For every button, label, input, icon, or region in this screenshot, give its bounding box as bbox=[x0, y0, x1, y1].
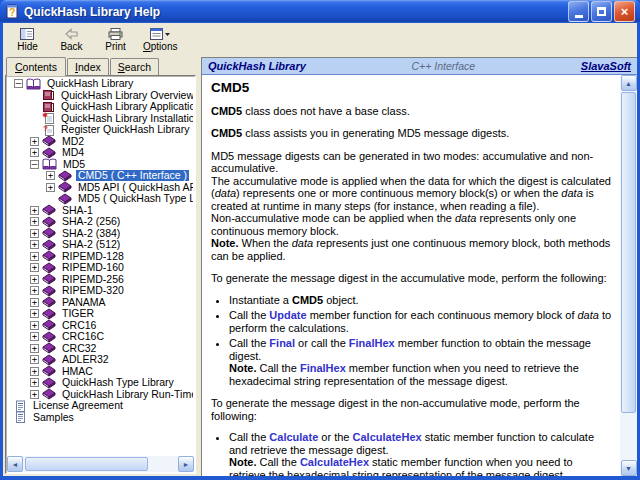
maximize-button[interactable] bbox=[591, 1, 612, 22]
titlebar[interactable]: ? QuickHash Library Help × bbox=[0, 0, 640, 23]
content-link[interactable]: Calculate bbox=[269, 431, 318, 443]
options-button[interactable]: Options bbox=[139, 25, 181, 55]
tree-item[interactable]: ?Register QuickHash Library bbox=[8, 124, 193, 136]
expand-icon[interactable]: + bbox=[30, 321, 39, 330]
tree-item-label[interactable]: QuickHash Library Overview bbox=[59, 90, 193, 101]
tree-item-label[interactable]: SHA-2 (384) bbox=[60, 228, 122, 239]
tree-item-label[interactable]: SHA-1 bbox=[60, 205, 95, 216]
scroll-down-icon[interactable]: ▼ bbox=[621, 460, 637, 476]
expand-icon[interactable]: + bbox=[30, 390, 39, 399]
tree-item[interactable]: MD5 ( QuickHash Type Library ) bbox=[8, 193, 193, 205]
expand-icon[interactable]: + bbox=[30, 355, 39, 364]
tree-item-label[interactable]: RIPEMD-256 bbox=[60, 274, 126, 285]
expand-icon[interactable]: + bbox=[30, 344, 39, 353]
expand-icon[interactable]: + bbox=[30, 206, 39, 215]
tree-item-label[interactable]: MD5 ( QuickHash Type Library ) bbox=[76, 193, 193, 204]
tree-item-label[interactable]: TIGER bbox=[60, 308, 96, 319]
tree-item[interactable]: +RIPEMD-160 bbox=[8, 262, 193, 274]
tree-item-label[interactable]: CRC32 bbox=[60, 343, 98, 354]
tree-item-label[interactable]: MD2 bbox=[60, 136, 86, 147]
content-paragraph: MD5 message digests can be generated in … bbox=[211, 150, 612, 175]
expand-icon[interactable]: + bbox=[30, 286, 39, 295]
tree-item-label[interactable]: HMAC bbox=[60, 366, 95, 377]
tree-item-label[interactable]: RIPEMD-128 bbox=[60, 251, 126, 262]
tree-item-label[interactable]: MD5 bbox=[61, 159, 87, 170]
tab-index[interactable]: Index bbox=[67, 58, 109, 75]
back-button[interactable]: Back bbox=[51, 25, 92, 55]
tree-item[interactable]: +CRC16C bbox=[8, 331, 193, 343]
tree-item-label[interactable]: MD5 API ( QuickHash API ) bbox=[76, 182, 193, 193]
tree-item[interactable]: –QuickHash Library bbox=[8, 78, 193, 90]
expand-icon[interactable]: + bbox=[30, 229, 39, 238]
tree-item-label[interactable]: PANAMA bbox=[60, 297, 108, 308]
tree-item-label[interactable]: License Agreement bbox=[31, 400, 125, 411]
expand-icon[interactable]: + bbox=[30, 309, 39, 318]
tree-item-label[interactable]: QuickHash Library Installation bbox=[59, 113, 193, 124]
collapse-icon[interactable]: – bbox=[30, 160, 39, 169]
tree-item[interactable]: +QuickHash Type Library bbox=[8, 377, 193, 389]
tree-item[interactable]: +TIGER bbox=[8, 308, 193, 320]
minimize-button[interactable] bbox=[568, 1, 589, 22]
tree-item-label[interactable]: ADLER32 bbox=[60, 354, 111, 365]
tree-item-label[interactable]: SHA-2 (512) bbox=[60, 239, 122, 250]
tree-item-label[interactable]: SHA-2 (256) bbox=[60, 216, 122, 227]
scroll-left-icon[interactable]: ◄ bbox=[7, 456, 23, 472]
tree-item-label[interactable]: MD4 bbox=[60, 147, 86, 158]
expand-icon[interactable]: + bbox=[30, 252, 39, 261]
tree-item[interactable]: +CMD5 ( C++ Interface ) bbox=[8, 170, 193, 182]
hide-button[interactable]: Hide bbox=[7, 25, 48, 55]
tab-contents[interactable]: Contents bbox=[6, 57, 66, 76]
expand-icon[interactable]: + bbox=[30, 137, 39, 146]
collapse-icon[interactable]: – bbox=[14, 79, 23, 88]
tree-horizontal-scrollbar[interactable]: ◄ ► bbox=[7, 456, 194, 472]
tree-item-label[interactable]: Register QuickHash Library bbox=[59, 124, 191, 135]
content-link[interactable]: FinalHex bbox=[349, 337, 395, 349]
close-button[interactable]: × bbox=[614, 1, 635, 22]
tree-item[interactable]: +MD2 bbox=[8, 136, 193, 148]
tab-search[interactable]: Search bbox=[110, 58, 159, 75]
tree-item[interactable]: +SHA-2 (256) bbox=[8, 216, 193, 228]
expand-icon[interactable]: + bbox=[30, 367, 39, 376]
content-link[interactable]: CalculateHex bbox=[353, 431, 422, 443]
tree-item-label[interactable]: CMD5 ( C++ Interface ) bbox=[76, 170, 189, 181]
tree-item[interactable]: +RIPEMD-320 bbox=[8, 285, 193, 297]
tree-item[interactable]: Samples bbox=[8, 412, 193, 424]
tree-item-label[interactable]: QuickHash Library Applications bbox=[59, 101, 193, 112]
content-link[interactable]: Final bbox=[269, 337, 295, 349]
tree-item-label[interactable]: RIPEMD-160 bbox=[60, 262, 126, 273]
scroll-up-icon[interactable]: ▲ bbox=[621, 75, 637, 91]
scroll-right-icon[interactable]: ► bbox=[178, 456, 194, 472]
content-vertical-scrollbar[interactable]: ▲ ▼ bbox=[620, 75, 637, 476]
print-button[interactable]: Print bbox=[95, 25, 136, 55]
expand-icon[interactable]: + bbox=[30, 378, 39, 387]
tree-item-label[interactable]: CRC16 bbox=[60, 320, 98, 331]
tree-item-label[interactable]: RIPEMD-320 bbox=[60, 285, 126, 296]
content-link[interactable]: CalculateHex bbox=[300, 456, 369, 468]
topic-header-brand-link[interactable]: SlavaSoft bbox=[581, 60, 631, 72]
tree-item-label[interactable]: QuickHash Type Library bbox=[60, 377, 176, 388]
content-link[interactable]: FinalHex bbox=[300, 362, 346, 374]
tree-item[interactable]: License Agreement bbox=[8, 400, 193, 412]
scrollbar-thumb[interactable] bbox=[25, 457, 148, 471]
tree-item[interactable]: +SHA-2 (512) bbox=[8, 239, 193, 251]
content-link[interactable]: Update bbox=[269, 309, 306, 321]
tree-item-label[interactable]: QuickHash Library Run-Time Dynamic Linki… bbox=[60, 389, 193, 400]
tree-item-label[interactable]: CRC16C bbox=[60, 331, 106, 342]
expand-icon[interactable]: + bbox=[30, 298, 39, 307]
expand-icon[interactable]: + bbox=[30, 332, 39, 341]
text-run: Non-accumulative mode can be applied whe… bbox=[211, 212, 455, 224]
scrollbar-thumb[interactable] bbox=[621, 92, 636, 413]
expand-icon[interactable]: + bbox=[30, 217, 39, 226]
expand-icon[interactable]: + bbox=[46, 171, 55, 180]
tree-item[interactable]: +MD4 bbox=[8, 147, 193, 159]
tree-item[interactable]: QuickHash Library Applications bbox=[8, 101, 193, 113]
expand-icon[interactable]: + bbox=[30, 240, 39, 249]
tree-item-label[interactable]: QuickHash Library bbox=[45, 78, 135, 89]
expand-icon[interactable]: + bbox=[30, 275, 39, 284]
tree-item[interactable]: +PANAMA bbox=[8, 297, 193, 309]
tree-item-label[interactable]: Samples bbox=[31, 412, 76, 423]
expand-icon[interactable]: + bbox=[46, 183, 55, 192]
expand-icon[interactable]: + bbox=[30, 148, 39, 157]
tree-item[interactable]: +ADLER32 bbox=[8, 354, 193, 366]
expand-icon[interactable]: + bbox=[30, 263, 39, 272]
